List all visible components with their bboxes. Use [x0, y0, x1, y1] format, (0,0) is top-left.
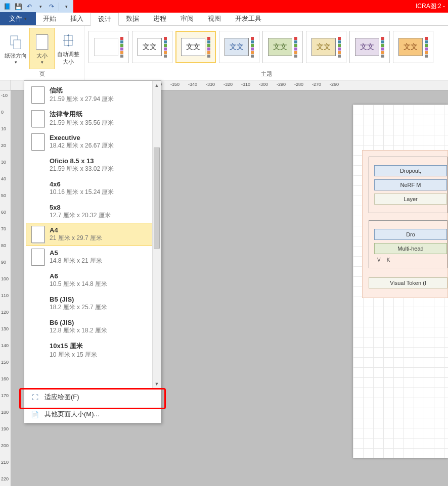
- autofit-button[interactable]: 自动调整 大小: [56, 28, 81, 69]
- size-name: Oficio 8.5 x 13: [50, 157, 114, 165]
- size-option-oficio-8-5-x-13[interactable]: Oficio 8.5 x 1321.59 厘米 x 33.02 厘米: [24, 154, 161, 177]
- size-option-a6[interactable]: A610.5 厘米 x 14.8 厘米: [24, 269, 161, 292]
- tab-developer[interactable]: 开发工具: [228, 12, 268, 25]
- size-dimensions: 12.7 厘米 x 20.32 厘米: [50, 211, 111, 220]
- fit-to-drawing-cmd[interactable]: ⛶ 适应绘图(F): [24, 388, 161, 406]
- page-group-label: 页: [3, 69, 81, 79]
- size-dropdown-footer: ⛶ 适应绘图(F) 📄 其他页面大小(M)...: [24, 388, 161, 423]
- size-dimensions: 10.5 厘米 x 14.8 厘米: [50, 280, 107, 288]
- fit-label: 适应绘图(F): [44, 393, 79, 402]
- label-v: V: [377, 257, 381, 263]
- fit-icon: ⛶: [30, 393, 39, 402]
- size-scrollbar[interactable]: ▲ ▼: [152, 81, 161, 388]
- page-icon: [31, 226, 44, 243]
- size-name: 10x15 厘米: [50, 342, 97, 351]
- size-option--[interactable]: 信纸21.59 厘米 x 27.94 厘米: [24, 83, 161, 107]
- size-scroll-area: 信纸21.59 厘米 x 27.94 厘米法律专用纸21.59 厘米 x 35.…: [24, 81, 161, 388]
- diagram-box-dro[interactable]: Dro: [374, 229, 447, 240]
- size-name: 信纸: [50, 86, 114, 95]
- tab-insert[interactable]: 插入: [63, 12, 91, 25]
- title-bar: 📘 💾 ↶ ▾ ↷ ▾ ICRA图:2 -: [0, 0, 448, 13]
- size-option-b6-jis-[interactable]: B6 (JIS)12.8 厘米 x 18.2 厘米: [24, 315, 161, 338]
- theme-thumb-5[interactable]: 文文: [262, 31, 303, 63]
- save-icon[interactable]: 💾: [14, 3, 22, 11]
- scroll-down-icon[interactable]: ▼: [153, 379, 161, 388]
- themes-group: 文文 文文 文文 文文 文文 文文 文文 主题: [84, 26, 448, 80]
- tab-review[interactable]: 审阅: [173, 12, 201, 25]
- theme-thumb-1[interactable]: [88, 31, 129, 63]
- app-icon[interactable]: 📘: [3, 3, 11, 11]
- size-option--[interactable]: 法律专用纸21.59 厘米 x 35.56 厘米: [24, 107, 161, 130]
- tab-design[interactable]: 设计: [91, 13, 119, 26]
- diagram-frame-2: Dro Multi-head V K: [369, 220, 447, 268]
- size-list: 信纸21.59 厘米 x 27.94 厘米法律专用纸21.59 厘米 x 35.…: [24, 81, 161, 364]
- size-dimensions: 10 厘米 x 15 厘米: [50, 351, 97, 359]
- orientation-button[interactable]: 纸张方向 ▾: [3, 28, 28, 69]
- theme-thumb-7[interactable]: 文文: [349, 31, 390, 63]
- theme-gallery[interactable]: 文文 文文 文文 文文 文文 文文 文文: [88, 29, 444, 69]
- theme-thumb-4[interactable]: 文文: [219, 31, 259, 63]
- tab-home[interactable]: 开始: [36, 12, 63, 25]
- diagram-box-visual-token[interactable]: Visual Token (I: [369, 277, 447, 288]
- theme-thumb-8[interactable]: 文文: [393, 31, 433, 63]
- size-button[interactable]: 大小 ▾: [29, 28, 55, 69]
- tab-data[interactable]: 数据: [119, 12, 146, 25]
- quick-access-toolbar: 📘 💾 ↶ ▾ ↷ ▾: [0, 0, 73, 13]
- qat-customize-icon[interactable]: ▾: [62, 3, 70, 11]
- page-icon: [31, 133, 44, 151]
- diagram-box-nerf[interactable]: NeRF M: [374, 179, 447, 190]
- ruler-vertical: -10 0 10 20 30 40 50 60 70 80 90 100 110…: [0, 90, 11, 486]
- page-icon: [31, 110, 44, 127]
- theme-thumb-6[interactable]: 文文: [306, 31, 346, 63]
- size-name: A4: [50, 226, 102, 234]
- tab-process[interactable]: 进程: [146, 12, 173, 25]
- size-name: A6: [50, 272, 107, 280]
- page-setup-group: 纸张方向 ▾ 大小 ▾ 自动调整 大小 页: [0, 26, 84, 80]
- size-option-10x15-[interactable]: 10x15 厘米10 厘米 x 15 厘米: [24, 338, 161, 362]
- ribbon-tabs: 文件 ▾ 开始 插入 设计 数据 进程 审阅 视图 开发工具: [0, 13, 448, 26]
- size-option-b5-jis-[interactable]: B5 (JIS)18.2 厘米 x 25.7 厘米: [24, 292, 161, 315]
- orientation-label: 纸张方向: [5, 52, 27, 60]
- more-page-sizes-cmd[interactable]: 📄 其他页面大小(M)...: [24, 406, 161, 423]
- chevron-down-icon: ▾: [41, 60, 43, 65]
- page-view: Dropout, NeRF M Layer Dro Multi-head V K…: [353, 105, 448, 458]
- redo-icon[interactable]: ↷: [48, 3, 56, 11]
- theme-thumb-2[interactable]: 文文: [132, 31, 172, 63]
- kv-labels: V K: [374, 257, 447, 263]
- undo-icon[interactable]: ↶: [25, 3, 33, 11]
- scrollbar-thumb[interactable]: [154, 148, 160, 249]
- diagram-box-dropout[interactable]: Dropout,: [374, 165, 447, 176]
- diagram-box-multihead[interactable]: Multi-head: [374, 243, 447, 254]
- file-tab[interactable]: 文件 ▾: [0, 12, 36, 25]
- size-option-a5[interactable]: A514.8 厘米 x 21 厘米: [24, 246, 161, 269]
- undo-dropdown-icon[interactable]: ▾: [36, 3, 44, 11]
- size-dimensions: 21.59 厘米 x 35.56 厘米: [50, 119, 114, 127]
- size-name: 法律专用纸: [50, 110, 114, 119]
- size-label: 大小: [36, 52, 48, 60]
- page-icon: [31, 249, 44, 266]
- theme-thumb-3[interactable]: 文文: [175, 31, 216, 63]
- size-option-executive[interactable]: Executive18.42 厘米 x 26.67 厘米: [24, 130, 161, 154]
- diagram-container: Dropout, NeRF M Layer Dro Multi-head V K…: [362, 150, 448, 298]
- label-k: K: [387, 257, 390, 263]
- size-dimensions: 14.8 厘米 x 21 厘米: [50, 257, 102, 265]
- autofit-icon: [61, 33, 75, 47]
- size-name: 4x6: [50, 180, 114, 188]
- size-name: B5 (JIS): [50, 296, 107, 303]
- size-option-5x8[interactable]: 5x812.7 厘米 x 20.32 厘米: [24, 200, 161, 223]
- size-option-4x6[interactable]: 4x610.16 厘米 x 15.24 厘米: [24, 177, 161, 200]
- size-dimensions: 18.42 厘米 x 26.67 厘米: [50, 141, 114, 150]
- size-name: 5x8: [50, 204, 111, 211]
- themes-group-label: 主题: [88, 69, 444, 79]
- tab-view[interactable]: 视图: [201, 12, 228, 25]
- file-tab-label: 文件: [9, 14, 22, 23]
- qat-separator: [59, 3, 59, 11]
- autofit-label-2: 大小: [63, 58, 74, 66]
- orientation-icon: [9, 35, 23, 49]
- size-option-a4[interactable]: A421 厘米 x 29.7 厘米: [26, 223, 159, 246]
- autofit-label-1: 自动调整: [57, 51, 79, 58]
- page-setup-icon: 📄: [30, 410, 39, 419]
- size-dropdown: 信纸21.59 厘米 x 27.94 厘米法律专用纸21.59 厘米 x 35.…: [24, 80, 161, 423]
- diagram-box-layer[interactable]: Layer: [374, 193, 447, 205]
- scroll-up-icon[interactable]: ▲: [153, 81, 161, 89]
